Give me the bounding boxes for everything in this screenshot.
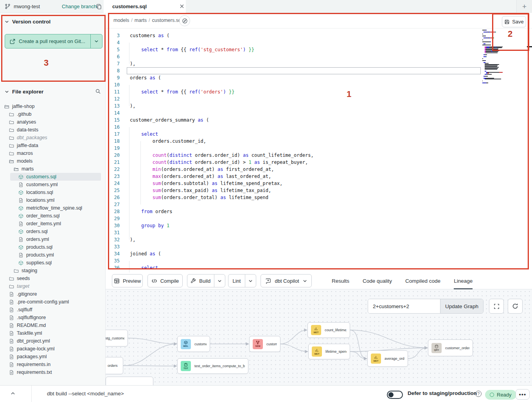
lineage-node-count-lifetime-orders[interactable]: METcount_lifetime_orders [307, 322, 350, 338]
version-control-header[interactable]: Version control [5, 19, 50, 25]
command-input[interactable]: dbt build --select <model_name> [47, 391, 124, 397]
fullscreen-button[interactable] [489, 299, 504, 314]
build-dropdown[interactable] [214, 275, 225, 287]
file-tree-item-target[interactable]: target [0, 282, 105, 290]
tab-close-icon[interactable] [179, 4, 185, 9]
file-tree-item-order-items-sql[interactable]: order_items.sql [0, 212, 105, 220]
file-tree-item--github[interactable]: .github [0, 110, 105, 118]
create-pr-button[interactable]: Create a pull request on Git... [5, 34, 102, 48]
lineage-node-customers[interactable]: SEMcustomers [249, 336, 280, 352]
file-tree-item-macros[interactable]: macros [0, 149, 105, 157]
panel-tab-code-quality[interactable]: Code quality [363, 273, 392, 289]
file-tree-item-package-lock-yml[interactable]: package-lock.yml [0, 345, 105, 353]
editor-tab-customers-sql[interactable]: customers.sql [104, 0, 186, 13]
file-tree-item-products-yml[interactable]: products.yml [0, 251, 105, 259]
file-tree-item-orders-sql[interactable]: orders.sql [0, 228, 105, 235]
search-icon[interactable] [95, 88, 101, 94]
file-tree-label: requirements.txt [17, 370, 52, 375]
file-tree-item--sqlfluff[interactable]: .sqlfluff [0, 306, 105, 314]
minimap[interactable] [482, 30, 516, 84]
file-tree-item--gitignore[interactable]: .gitignore [0, 290, 105, 298]
help-icon[interactable]: ? [475, 391, 482, 397]
lineage-node-lifetime-spend-pretax[interactable]: METlifetime_spend_pretax [308, 344, 350, 359]
tab-title: customers.sql [112, 4, 147, 9]
lint-button[interactable]: Lint [228, 275, 245, 287]
file-tree-item-jaffle-data[interactable]: jaffle-data [0, 142, 105, 149]
cube-icon [18, 260, 23, 266]
chevron-up-icon[interactable] [10, 391, 16, 396]
copy-icon[interactable] [96, 4, 102, 10]
file-tree-item-requirements-txt[interactable]: requirements.txt [0, 368, 105, 376]
update-graph-button[interactable]: Update Graph [440, 299, 483, 313]
create-pr-main[interactable]: Create a pull request on Git... [5, 34, 91, 48]
refresh-button[interactable] [508, 299, 523, 314]
file-tree-item-locations-sql[interactable]: locations.sql [0, 188, 105, 196]
lineage-controls: Update Graph [368, 299, 483, 314]
file-tree-item-dbt-packages[interactable]: dbt_packages [0, 134, 105, 142]
file-tree-item-supplies-sql[interactable]: supplies.sql [0, 259, 105, 267]
file-tree-item-data-tests[interactable]: data-tests [0, 126, 105, 134]
save-button[interactable]: Save [502, 16, 526, 27]
code-area[interactable]: customers as ( select * from {{ ref('stg… [130, 32, 314, 271]
file-tree-item-marts[interactable]: marts [0, 165, 105, 173]
format-button[interactable] [179, 15, 190, 26]
editor-header: models/marts/customers.sql Save [106, 13, 532, 29]
file-tree-item-readme-md[interactable]: README.md [0, 321, 105, 329]
lineage-node-stg-customers[interactable]: MDLstg_customers [106, 330, 128, 346]
doc-icon [18, 221, 23, 226]
file-tree-item-orders-yml[interactable]: orders.yml [0, 235, 105, 243]
breadcrumb-part-models[interactable]: models [113, 18, 129, 23]
minimap-indicator [527, 46, 532, 47]
code-line-29 [130, 215, 314, 222]
code-line-19 [130, 145, 314, 152]
new-tab-button[interactable]: + [516, 0, 532, 13]
file-tree-item-order-items-yml[interactable]: order_items.yml [0, 220, 105, 228]
dbt-cloud-ide: mwong-test Change branch customers.sql +… [0, 0, 532, 402]
panel-tab-lineage[interactable]: Lineage [454, 273, 473, 289]
dbt-copilot-button[interactable]: dbt Copilot [261, 274, 312, 287]
file-tree-item-jaffle-shop[interactable]: jaffle-shop [0, 102, 105, 110]
lineage-node-average-order-value[interactable]: METaverage_order_value [367, 350, 408, 367]
lineage-node-customers[interactable]: MDLcustomers [177, 336, 210, 352]
file-tree-label: dbt_packages [17, 135, 47, 140]
file-tree-item-customers-sql[interactable]: customers.sql [0, 173, 105, 181]
file-tree-item-taskfile-yml[interactable]: Taskfile.yml [0, 329, 105, 337]
create-pr-label: Create a pull request on Git... [19, 38, 85, 44]
panel-tab-results[interactable]: Results [332, 273, 349, 289]
file-tree-item-customers-yml[interactable]: customers.yml [0, 181, 105, 188]
build-button[interactable]: Build [187, 275, 214, 287]
lineage-node-partial[interactable] [106, 377, 153, 385]
breadcrumb-part-customers-sql[interactable]: customers.sql [152, 18, 182, 23]
tst-badge-icon: TST [181, 361, 191, 371]
code-editor[interactable]: 3456789101112131415161718192021222324252… [106, 29, 532, 273]
file-tree-item-metricflow-time-spine-sql[interactable]: metricflow_time_spine.sql [0, 204, 105, 212]
file-tree-item-models[interactable]: models [0, 157, 105, 165]
create-pr-dropdown[interactable] [91, 34, 102, 48]
lineage-node-customer-order-metrics[interactable]: QRYcustomer_order_metrics [428, 339, 473, 356]
lint-dropdown[interactable] [245, 275, 256, 287]
file-explorer-header[interactable]: File explorer [5, 89, 101, 95]
file-tree-item-staging[interactable]: staging [0, 267, 105, 275]
file-tree-item-locations-yml[interactable]: locations.yml [0, 196, 105, 204]
defer-toggle[interactable] [387, 391, 403, 399]
file-tree-item-seeds[interactable]: seeds [0, 275, 105, 282]
file-tree-item-dbt-project-yml[interactable]: dbt_project.yml [0, 337, 105, 345]
lineage-node-orders[interactable]: MDLorders [106, 357, 123, 374]
more-options-button[interactable]: ••• [516, 389, 530, 400]
file-tree-label: package-lock.yml [17, 346, 55, 352]
breadcrumb-part-marts[interactable]: marts [135, 18, 147, 23]
change-branch-link[interactable]: Change branch [62, 4, 97, 9]
file-tree-label: metricflow_time_spine.sql [26, 205, 82, 211]
file-tree-item-packages-yml[interactable]: packages.yml [0, 353, 105, 361]
panel-tab-compiled-code[interactable]: Compiled code [405, 273, 440, 289]
compile-button[interactable]: Compile [147, 274, 183, 287]
model-selector-input[interactable] [368, 299, 440, 313]
file-tree-item-analyses[interactable]: analyses [0, 118, 105, 126]
preview-button[interactable]: Preview [112, 274, 143, 287]
lineage-panel[interactable]: MDLstg_customersMDLordersMDLcustomersSEM… [106, 289, 532, 385]
file-tree-item--sqlfluffignore[interactable]: .sqlfluffignore [0, 314, 105, 321]
lineage-node-test-order-items-compute-to-bools-[interactable]: TSTtest_order_items_compute_to_bools... [177, 358, 248, 374]
file-tree-item-requirements-in[interactable]: requirements.in [0, 361, 105, 368]
file-tree-item-products-sql[interactable]: products.sql [0, 243, 105, 251]
file-tree-item--pre-commit-config-yaml[interactable]: .pre-commit-config.yaml [0, 298, 105, 306]
